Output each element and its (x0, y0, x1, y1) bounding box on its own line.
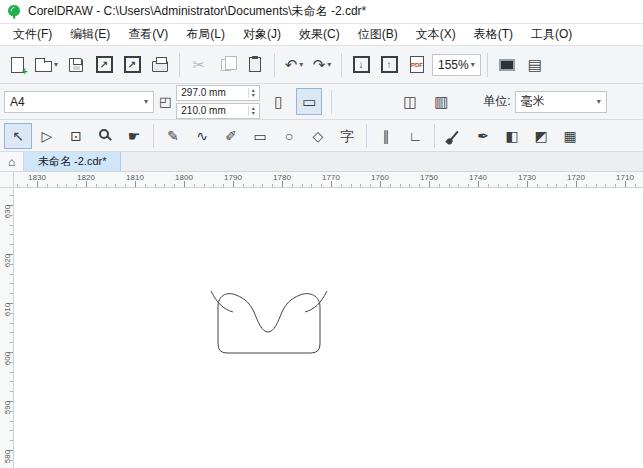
drawing-scale-button[interactable]: ▥ (428, 88, 454, 115)
toolbar-separator (487, 53, 488, 77)
pan-tool-button[interactable]: ☛ (120, 123, 148, 149)
outline-pen-tool-button[interactable]: ✒ (469, 123, 497, 149)
page-height-input[interactable]: 210.0 mm ▴ ▾ (176, 103, 260, 119)
text-tool-button[interactable]: 字 (333, 123, 361, 149)
interactive-fill-tool-button[interactable]: ◩ (527, 123, 555, 149)
eyedropper-tool-button[interactable] (440, 123, 468, 149)
welcome-home-button[interactable]: ⌂ (0, 152, 24, 171)
menu-item-bitmaps[interactable]: 位图(B) (349, 24, 407, 45)
vertical-ruler[interactable]: 630620610600590580 (0, 188, 14, 468)
page-dimensions-icon: ◰ (159, 95, 171, 108)
ruler-tick (57, 184, 58, 187)
show-rulers-button[interactable]: ▤ (522, 51, 548, 78)
ruler-tick (66, 184, 67, 187)
new-document-icon: + (11, 57, 24, 73)
save-document-button[interactable] (63, 51, 89, 78)
open-folder-icon (35, 61, 52, 72)
page-height-spinner[interactable]: ▴ ▾ (248, 106, 257, 116)
document-tab[interactable]: 未命名 -2.cdr* (24, 152, 121, 171)
publish-document-button[interactable]: ↗ (119, 51, 145, 78)
ruler-tick (76, 184, 77, 187)
dimension-tool-button[interactable]: ∥ (372, 123, 400, 149)
bezier-tool-button[interactable]: ∿ (188, 123, 216, 149)
ruler-tick (204, 184, 205, 187)
menu-bar: 文件(F)编辑(E)查看(V)布局(L)对象(J)效果(C)位图(B)文本(X)… (0, 24, 643, 46)
fill-tool-button[interactable]: ◧ (498, 123, 526, 149)
ruler-tick (321, 184, 322, 187)
paste-button[interactable] (242, 51, 268, 78)
print-document-button[interactable] (147, 51, 173, 78)
menu-item-file[interactable]: 文件(F) (4, 24, 61, 45)
spin-down-icon[interactable]: ▾ (252, 111, 255, 116)
menu-item-edit[interactable]: 编辑(E) (61, 24, 119, 45)
ellipse-tool-button[interactable]: ○ (275, 123, 303, 149)
ruler-tick (106, 184, 107, 187)
toolbar-separator (366, 124, 367, 148)
ruler-tick (10, 195, 13, 196)
ruler-tick (566, 184, 567, 187)
connector-tool-button[interactable]: ∟ (401, 123, 429, 149)
menu-item-layout[interactable]: 布局(L) (177, 24, 234, 45)
ruler-tick (10, 430, 13, 431)
ruler-tick (468, 184, 469, 187)
rectangle-tool-button[interactable]: ▭ (246, 123, 274, 149)
landscape-button[interactable]: ▭ (296, 88, 322, 115)
publish-pdf-button[interactable]: PDF (404, 51, 430, 78)
ruler-icon: ▤ (528, 57, 542, 72)
shape-tool-button[interactable]: ▷ (33, 123, 61, 149)
menu-item-table[interactable]: 表格(T) (465, 24, 522, 45)
property-bar: A4 ▾ ◰ 297.0 mm ▴ ▾ 210.0 mm ▴ ▾ ▯ ▭ ◫ ▥… (0, 84, 643, 120)
undo-button[interactable]: ↶▾ (281, 51, 307, 78)
full-screen-preview-button[interactable] (494, 51, 520, 78)
share-document-button[interactable]: ↗ (91, 51, 117, 78)
menu-item-tools[interactable]: 工具(O) (522, 24, 581, 45)
drawn-curve-shape[interactable] (218, 294, 320, 353)
ruler-tick (390, 184, 391, 187)
transparency-tool-button[interactable]: ▦ (556, 123, 584, 149)
pick-tool-button[interactable]: ↖ (4, 123, 32, 149)
polygon-icon: ◇ (313, 129, 324, 143)
menu-item-text[interactable]: 文本(X) (407, 24, 465, 45)
ruler-tick (10, 342, 13, 343)
new-document-button[interactable]: + (4, 51, 30, 78)
interactive-fill-icon: ◩ (534, 129, 547, 143)
ruler-tick (302, 184, 303, 187)
page-size-combo[interactable]: A4 ▾ (4, 91, 154, 113)
import-button[interactable]: ↓ (348, 51, 374, 78)
apply-to-all-pages-button[interactable]: ◫ (397, 88, 423, 115)
menu-item-effects[interactable]: 效果(C) (290, 24, 349, 45)
zoom-level-combo[interactable]: 155%▾ (432, 54, 481, 76)
canvas-area[interactable] (14, 188, 643, 468)
crop-tool-button[interactable]: ⊡ (62, 123, 90, 149)
units-combo[interactable]: 毫米 ▾ (515, 91, 607, 113)
clipboard-icon (249, 57, 261, 72)
page-width-spinner[interactable]: ▴ ▾ (248, 88, 257, 98)
ruler-label: 1710 (613, 173, 637, 182)
freehand-tool-button[interactable]: ✎ (159, 123, 187, 149)
menu-item-view[interactable]: 查看(V) (119, 24, 177, 45)
artistic-media-tool-button[interactable]: ✐ (217, 123, 245, 149)
ruler-tick (10, 283, 13, 284)
horizontal-ruler[interactable]: 1830182018101800179017801770176017501740… (14, 172, 643, 188)
redo-button[interactable]: ↷▾ (309, 51, 335, 78)
ruler-tick (419, 184, 420, 187)
ruler-tick (47, 184, 48, 187)
open-document-button[interactable]: ▾ (32, 51, 61, 78)
import-arrow-icon: ↓ (353, 56, 370, 73)
ruler-tick (439, 184, 440, 187)
ruler-tick (10, 381, 13, 382)
ruler-label: 1780 (270, 173, 294, 182)
menu-item-object[interactable]: 对象(J) (234, 24, 290, 45)
ruler-tick (292, 184, 293, 187)
zoom-tool-button[interactable] (91, 123, 119, 149)
page-width-input[interactable]: 297.0 mm ▴ ▾ (176, 85, 260, 101)
ruler-tick (400, 184, 401, 187)
ruler-tick (213, 184, 214, 187)
ruler-corner[interactable] (0, 172, 14, 188)
ruler-label: 1740 (466, 173, 490, 182)
spin-down-icon[interactable]: ▾ (252, 93, 255, 98)
polygon-tool-button[interactable]: ◇ (304, 123, 332, 149)
portrait-button[interactable]: ▯ (265, 88, 291, 115)
export-button[interactable]: ↑ (376, 51, 402, 78)
page-width-value: 297.0 mm (181, 87, 225, 98)
